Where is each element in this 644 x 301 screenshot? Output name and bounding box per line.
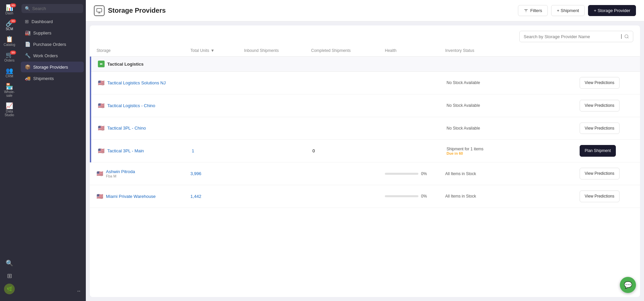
catalog-icon: 📋 bbox=[6, 36, 13, 42]
total-units-ashwin: 3,996 bbox=[190, 171, 244, 176]
plan-shipment-button[interactable]: Plan Shipment bbox=[580, 145, 616, 157]
rail-item-datastudio[interactable]: 📈 Data Studio bbox=[2, 101, 17, 119]
view-predictions-button-tls-nj[interactable]: View Predictions bbox=[580, 77, 620, 89]
flag-us: 🇺🇸 bbox=[98, 125, 105, 131]
storage-cell-t3pl-main: 🇺🇸 Tactical 3PL - Main bbox=[98, 148, 192, 154]
storage-cell-tls-nj: 🇺🇸 Tactical Logistics Solutions NJ bbox=[98, 80, 192, 86]
col-action bbox=[580, 48, 633, 53]
total-units-link-miami[interactable]: 1,442 bbox=[190, 194, 201, 199]
storage-cell-tl-chino: 🇺🇸 Tactical Logistics - Chino bbox=[98, 102, 192, 109]
sidebar-item-work-orders[interactable]: 🔧 Work Orders bbox=[21, 50, 84, 61]
table-row: 🇺🇸 Tactical 3PL - Chino No Stock Availab… bbox=[91, 117, 640, 140]
health-miami: 0% bbox=[385, 194, 445, 199]
cursor bbox=[621, 34, 622, 39]
sidebar-search-input[interactable] bbox=[32, 6, 80, 11]
sidebar-search-wrap[interactable]: 🔍 bbox=[21, 4, 83, 13]
action-tl-chino: View Predictions bbox=[580, 100, 633, 111]
total-units-link-ashwin[interactable]: 3,996 bbox=[190, 171, 201, 176]
storage-name-ashwin[interactable]: Ashwin Pitroda bbox=[106, 169, 135, 174]
health-pct-ashwin: 0% bbox=[421, 171, 427, 176]
rail-item-wholesale[interactable]: 🏪 Whole-sale bbox=[2, 81, 17, 99]
sidebar-item-suppliers[interactable]: 🏭 Suppliers bbox=[21, 27, 84, 38]
completed-t3pl-main: 0 bbox=[312, 148, 386, 153]
orders-badge: 99 bbox=[10, 51, 16, 55]
sidebar-item-purchase-orders[interactable]: 📄 Purchase Orders bbox=[21, 39, 84, 50]
action-ashwin: View Predictions bbox=[580, 168, 633, 179]
table-row: 🇺🇸 Tactical Logistics - Chino No Stock A… bbox=[91, 94, 640, 117]
storage-search-input[interactable] bbox=[524, 34, 619, 39]
sidebar-item-dashboard[interactable]: ⊞ Dashboard bbox=[21, 16, 84, 27]
page-title: Storage Providers bbox=[108, 7, 166, 14]
storage-providers-icon: 📦 bbox=[25, 64, 31, 70]
rail-item-orders[interactable]: 🛒 99 Orders bbox=[2, 50, 17, 64]
table-container: Storage Total Units ▼ Inbound Shipments … bbox=[90, 45, 640, 208]
health-pct-miami: 0% bbox=[421, 194, 427, 199]
sidebar-item-shipments[interactable]: 🚚 Shipments bbox=[21, 73, 84, 84]
health-bar-miami bbox=[385, 195, 418, 197]
top-bar: Storage Providers Filters + Shipment + S… bbox=[86, 0, 644, 21]
rail-item-catalog[interactable]: 📋 Catalog bbox=[2, 34, 17, 49]
storage-name-tl-chino[interactable]: Tactical Logistics - Chino bbox=[107, 103, 155, 108]
rail-item-grid[interactable]: ⊞ bbox=[2, 271, 17, 281]
avatar-image: 🌿 bbox=[7, 286, 12, 292]
col-total-units[interactable]: Total Units ▼ bbox=[190, 48, 244, 53]
table-header: Storage Total Units ▼ Inbound Shipments … bbox=[90, 45, 640, 57]
storage-name-t3pl-main[interactable]: Tactical 3PL - Main bbox=[107, 148, 144, 153]
table-row: 🇺🇸 Tactical 3PL - Main 1 0 Shipment for … bbox=[91, 140, 640, 162]
flag-us: 🇺🇸 bbox=[98, 102, 105, 109]
storage-cell-miami: 🇺🇸 Miami Private Warehouse bbox=[97, 193, 190, 200]
flag-us: 🇺🇸 bbox=[98, 148, 105, 154]
total-units-t3pl-main: 1 bbox=[192, 148, 245, 153]
view-predictions-button-miami[interactable]: View Predictions bbox=[580, 191, 620, 202]
search-icon bbox=[624, 34, 629, 39]
sidebar: 🔍 ⊞ Dashboard 🏭 Suppliers 📄 Purchase Ord… bbox=[19, 0, 86, 301]
chat-icon: 💬 bbox=[624, 281, 632, 289]
icon-rail: 📊 99 Dash 🔗 99 SCM 📋 Catalog 🛒 99 Orders… bbox=[0, 0, 19, 301]
storage-name-wrap-ashwin: Ashwin Pitroda Fba M bbox=[106, 169, 135, 178]
expand-icon[interactable]: ↔ bbox=[74, 286, 83, 296]
user-avatar[interactable]: 🌿 bbox=[4, 284, 15, 294]
add-storage-provider-button[interactable]: + Storage Provider bbox=[588, 5, 636, 16]
action-tls-nj: View Predictions bbox=[580, 77, 633, 89]
total-units-link-t3pl-main[interactable]: 1 bbox=[192, 148, 194, 153]
search-input-wrap[interactable] bbox=[519, 31, 633, 42]
group-edit-icon: ✏ bbox=[98, 61, 105, 67]
rail-item-crm[interactable]: 👥 CRM bbox=[2, 66, 17, 80]
inventory-t3pl-chino: No Stock Available bbox=[447, 126, 580, 131]
rail-item-scm[interactable]: 🔗 99 SCM bbox=[2, 18, 17, 33]
inventory-t3pl-main: Shipment for 1 items Due in 60 bbox=[447, 147, 580, 155]
flag-us: 🇺🇸 bbox=[98, 80, 105, 86]
inventory-ashwin: All Items in Stock bbox=[445, 171, 580, 176]
view-predictions-button-ashwin[interactable]: View Predictions bbox=[580, 168, 620, 179]
chat-button[interactable]: 💬 bbox=[620, 277, 636, 293]
add-shipment-button[interactable]: + Shipment bbox=[551, 5, 585, 16]
dashboard-icon: ⊞ bbox=[25, 19, 29, 24]
svg-rect-0 bbox=[97, 8, 102, 12]
action-miami: View Predictions bbox=[580, 191, 633, 202]
col-health: Health bbox=[385, 48, 445, 53]
storage-name-miami[interactable]: Miami Private Warehouse bbox=[106, 194, 156, 199]
total-units-miami: 1,442 bbox=[190, 194, 244, 199]
table-row: 🇺🇸 Miami Private Warehouse 1,442 0% All … bbox=[90, 185, 640, 208]
top-bar-left: Storage Providers bbox=[94, 5, 166, 16]
sidebar-item-storage-providers[interactable]: 📦 Storage Providers bbox=[21, 62, 84, 72]
filters-button[interactable]: Filters bbox=[518, 5, 548, 16]
rail-item-search[interactable]: 🔍 bbox=[2, 258, 17, 268]
view-predictions-button-tl-chino[interactable]: View Predictions bbox=[580, 100, 620, 111]
dash-badge: 99 bbox=[10, 3, 16, 7]
rail-item-dash[interactable]: 📊 99 Dash bbox=[2, 3, 17, 17]
storage-name-t3pl-chino[interactable]: Tactical 3PL - Chino bbox=[107, 126, 146, 131]
flag-us: 🇺🇸 bbox=[97, 193, 103, 200]
inventory-tls-nj: No Stock Available bbox=[447, 80, 580, 85]
action-t3pl-main: Plan Shipment bbox=[580, 145, 633, 157]
view-predictions-button-t3pl-chino[interactable]: View Predictions bbox=[580, 123, 620, 134]
crm-icon: 👥 bbox=[6, 68, 13, 74]
storage-cell-t3pl-chino: 🇺🇸 Tactical 3PL - Chino bbox=[98, 125, 192, 131]
table-row: 🇺🇸 Ashwin Pitroda Fba M 3,996 0% bbox=[90, 162, 640, 185]
group-tactical-logistics: ✏ Tactical Logistics 🇺🇸 Tactical Logisti… bbox=[90, 57, 640, 162]
action-t3pl-chino: View Predictions bbox=[580, 123, 633, 134]
wholesale-icon: 🏪 bbox=[6, 83, 13, 89]
grid-icon: ⊞ bbox=[7, 273, 12, 279]
storage-name-tls-nj[interactable]: Tactical Logistics Solutions NJ bbox=[107, 80, 166, 85]
svg-point-4 bbox=[625, 35, 628, 38]
